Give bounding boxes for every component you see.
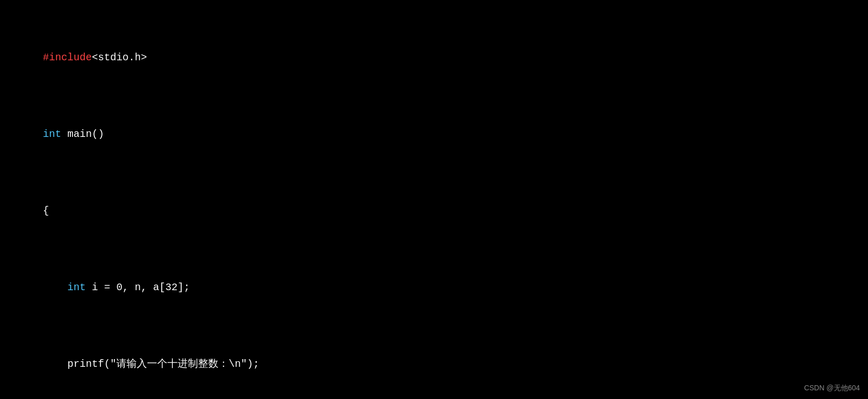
var-decl: i = 0, n, a[32]; [86, 281, 190, 293]
code-line-main: int main() [6, 111, 862, 157]
code-line-var-decl: int i = 0, n, a[32]; [6, 265, 862, 311]
printf1: printf("请输入一个十进制整数：\n"); [43, 358, 259, 370]
code-editor: #include<stdio.h> int main() { int i = 0… [0, 0, 868, 399]
code-line-printf1: printf("请输入一个十进制整数：\n"); [6, 341, 862, 387]
code-content: #include<stdio.h> int main() { int i = 0… [6, 4, 862, 399]
watermark: CSDN @无他604 [804, 384, 860, 393]
int-keyword-2: int [67, 281, 86, 293]
code-line-include: #include<stdio.h> [6, 35, 862, 81]
indent-1 [43, 281, 67, 293]
main-sig: main() [61, 128, 104, 140]
include-keyword: #include [43, 52, 92, 63]
brace-open: { [43, 205, 49, 217]
int-keyword: int [43, 128, 61, 140]
include-header: <stdio.h> [92, 52, 147, 63]
code-line-brace-open: { [6, 188, 862, 234]
